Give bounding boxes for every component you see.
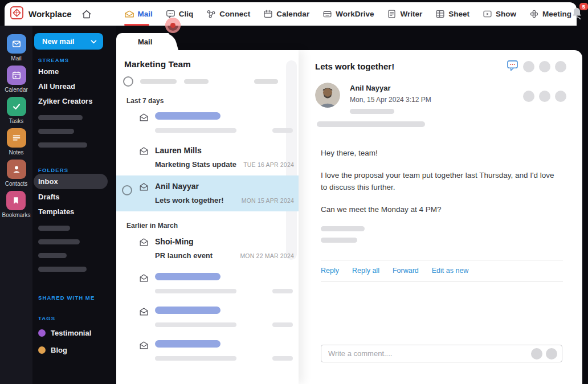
mail-list-item[interactable]: Lauren MillsMarketing Stats updateTUE 16…	[116, 140, 299, 175]
comment-action-placeholder[interactable]	[546, 348, 557, 360]
comment-input[interactable]	[321, 349, 528, 358]
mail-list-item[interactable]: Anil NayyarLets work together!MON 15 APR…	[116, 175, 299, 211]
rail-item-tasks[interactable]: Tasks	[7, 97, 26, 124]
rail-item-calendar[interactable]: Calendar	[5, 66, 28, 93]
mail-subject: Lets work together!	[155, 196, 224, 205]
sidebar-section-label: STREAMS	[38, 57, 116, 64]
mail-list-panel: Marketing Team Last 7 daysLauren MillsMa…	[116, 50, 299, 384]
message-action-placeholder[interactable]	[539, 91, 550, 102]
mail-list-item[interactable]: Shoi-MingPR launch eventMON 22 MAR 2024	[116, 231, 299, 267]
nav-label: Writer	[400, 10, 422, 18]
email-datetime: Mon, 15 Apr 2024 3:12 PM	[350, 96, 431, 104]
topbar-nav-show[interactable]: Show	[483, 2, 516, 26]
skeleton-group	[32, 226, 116, 272]
envelope-open-icon	[139, 341, 149, 361]
topbar-nav-connect[interactable]: Connect	[206, 2, 250, 26]
skeleton-bar	[140, 79, 177, 84]
skeleton-bar	[350, 109, 394, 114]
sidebar-item-all-unread[interactable]: All Unread	[38, 79, 116, 93]
sidebar-item-zylker-creators[interactable]: Zylker Creators	[38, 93, 116, 108]
mail-list-item-skeleton[interactable]	[116, 267, 299, 300]
notification-badge: 5	[579, 3, 588, 11]
new-mail-button[interactable]: New mail	[34, 33, 103, 50]
tag-testimonial[interactable]: Testimonial	[38, 326, 116, 339]
envelope-open-icon	[139, 146, 149, 169]
workplace-brand[interactable]: Workplace	[5, 6, 72, 22]
sheet-icon	[435, 9, 445, 19]
reader-action-placeholder[interactable]	[523, 61, 534, 72]
topbar-nav-mail[interactable]: Mail	[124, 2, 153, 26]
topbar-nav-meeting[interactable]: Meeting	[529, 2, 571, 26]
skeleton-bar	[272, 128, 293, 133]
mail-list-item-skeleton[interactable]	[116, 300, 299, 334]
notifications-bell[interactable]: 5	[571, 7, 582, 22]
rail-notes-icon	[7, 128, 26, 148]
mail-subject: PR launch event	[155, 251, 213, 260]
skeleton-bar	[38, 226, 70, 231]
mail-date: TUE 16 APR 2024	[243, 161, 295, 168]
topbar-nav-workdrive[interactable]: WorkDrive	[322, 2, 374, 26]
action-forward[interactable]: Forward	[393, 267, 419, 275]
skeleton-bar	[155, 112, 220, 120]
nav-label: Show	[496, 10, 516, 18]
envelope-open-icon	[139, 182, 149, 205]
mail-list: Last 7 daysLauren MillsMarketing Stats u…	[116, 97, 299, 367]
mail-list-item-skeleton[interactable]	[116, 106, 299, 140]
topbar: Workplace MailCliqConnectCalendarWorkDri…	[5, 2, 577, 26]
mail-list-item-skeleton[interactable]	[116, 334, 299, 367]
skeleton-bar	[155, 322, 236, 327]
reply-actions: ReplyReply allForwardEdit as new	[299, 260, 582, 281]
tag-blog[interactable]: Blog	[38, 344, 116, 356]
mail-tab[interactable]: Mail	[116, 33, 169, 51]
message-action-placeholder[interactable]	[555, 91, 566, 102]
rail-item-mail[interactable]: Mail	[7, 34, 26, 62]
nav-label: Mail	[138, 10, 153, 18]
email-paragraph: Hey there, team!	[321, 148, 554, 160]
skeleton-bar	[155, 289, 236, 293]
action-reply-all[interactable]: Reply all	[352, 267, 379, 275]
sidebar-section-label: SHARED WITH ME	[38, 295, 116, 301]
topbar-nav: MailCliqConnectCalendarWorkDriveWriterSh…	[124, 2, 571, 26]
sidebar-item-inbox[interactable]: Inbox	[34, 174, 108, 189]
mail-sidebar: New mail STREAMSHomeAll UnreadZylker Cre…	[32, 26, 116, 384]
reader-action-placeholder[interactable]	[539, 61, 550, 72]
list-group-label: Earlier in March	[126, 222, 299, 230]
writer-icon	[387, 9, 397, 19]
comment-icon[interactable]	[507, 59, 518, 73]
rail-item-contacts[interactable]: Contacts	[5, 160, 27, 187]
show-icon	[483, 9, 492, 19]
app-rail: MailCalendarTasksNotesContactsBookmarks	[0, 26, 32, 384]
topbar-nav-calendar[interactable]: Calendar	[263, 2, 309, 26]
select-all-checkbox[interactable]	[123, 76, 133, 87]
mail-tab-label: Mail	[138, 38, 152, 46]
rail-item-bookmarks[interactable]: Bookmarks	[2, 191, 30, 218]
skeleton-row	[155, 356, 295, 361]
sidebar-item-templates[interactable]: Templates	[38, 204, 116, 219]
sender-avatar[interactable]	[315, 83, 340, 108]
mail-icon	[124, 10, 134, 18]
skeleton-bar	[38, 239, 80, 244]
skeleton-bar	[38, 142, 87, 148]
mail-subject-row: PR launch eventMON 22 MAR 2024	[155, 251, 295, 260]
sidebar-item-home[interactable]: Home	[38, 64, 116, 79]
rail-item-notes[interactable]: Notes	[7, 128, 26, 156]
skeleton-bar	[38, 129, 74, 134]
topbar-nav-sheet[interactable]: Sheet	[435, 2, 469, 26]
action-reply[interactable]: Reply	[321, 267, 339, 275]
calendar-icon	[263, 9, 273, 19]
message-action-placeholder[interactable]	[523, 91, 534, 102]
nav-label: Calendar	[276, 10, 309, 18]
reader-action-placeholder[interactable]	[555, 61, 566, 72]
mail-subject-row: Lets work together!MON 15 APR 2024	[155, 196, 295, 205]
skeleton-bar	[254, 79, 278, 84]
home-icon[interactable]	[81, 9, 92, 20]
email-subject: Lets work together!	[315, 62, 394, 71]
mail-item-checkbox[interactable]	[122, 185, 132, 195]
rail-item-label: Bookmarks	[2, 212, 30, 218]
skeleton-bar	[155, 340, 220, 348]
topbar-nav-writer[interactable]: Writer	[387, 2, 422, 26]
sidebar-item-drafts[interactable]: Drafts	[38, 189, 116, 204]
action-edit-as-new[interactable]: Edit as new	[432, 267, 469, 275]
comment-action-placeholder[interactable]	[531, 348, 542, 360]
mail-item-content	[155, 112, 295, 133]
